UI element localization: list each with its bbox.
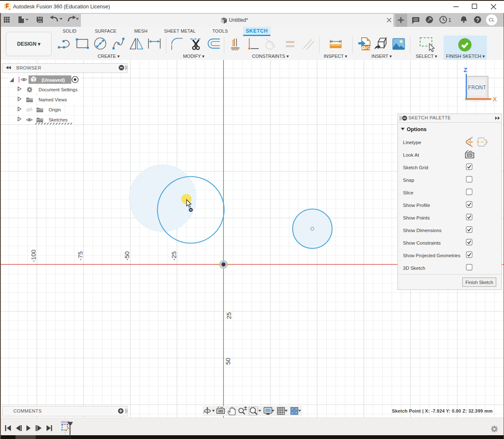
svg-text:FRONT: FRONT: [468, 85, 486, 90]
svg-text:1: 1: [448, 17, 451, 23]
svg-text:Show Constraints: Show Constraints: [403, 240, 441, 245]
svg-text:3D Sketch: 3D Sketch: [403, 266, 425, 271]
svg-text:(Unsaved): (Unsaved): [42, 77, 65, 83]
svg-text:Options: Options: [407, 127, 426, 132]
svg-text:Z: Z: [463, 66, 467, 73]
svg-text:Show Projected Geometries: Show Projected Geometries: [403, 253, 460, 258]
svg-text:25: 25: [225, 312, 232, 319]
svg-text:Snap: Snap: [403, 178, 414, 183]
svg-text:Document Settings: Document Settings: [39, 87, 78, 92]
svg-text:Show Profile: Show Profile: [403, 203, 430, 208]
svg-text:-25: -25: [170, 251, 177, 261]
svg-text:Linetype: Linetype: [403, 140, 421, 145]
svg-text:Origin: Origin: [49, 107, 61, 112]
svg-text:50: 50: [224, 358, 231, 365]
svg-text:?: ?: [476, 17, 479, 23]
svg-text:Named Views: Named Views: [39, 97, 67, 102]
svg-text:X: X: [493, 96, 497, 103]
svg-text:Show Dimensions: Show Dimensions: [403, 228, 442, 233]
svg-text:Sketches: Sketches: [49, 117, 68, 122]
svg-text:Finish Sketch: Finish Sketch: [465, 280, 493, 285]
svg-text:-50: -50: [123, 251, 130, 261]
svg-text:Show Points: Show Points: [403, 215, 430, 220]
svg-text:-75: -75: [77, 251, 84, 261]
svg-text:Look At: Look At: [403, 152, 419, 158]
svg-text:Sketch Grid: Sketch Grid: [403, 165, 428, 170]
svg-text:-100: -100: [30, 250, 37, 262]
svg-text:Slice: Slice: [403, 190, 413, 195]
